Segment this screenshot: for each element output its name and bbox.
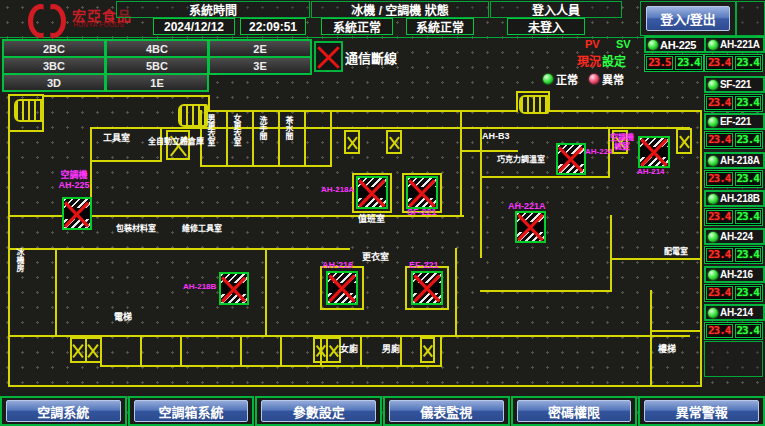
nav-ahu-system-button[interactable]: 空調箱系統 <box>134 400 249 422</box>
nav-cell: 參數設定 <box>255 396 382 426</box>
ahu-status-value: 系統正常 <box>406 18 474 35</box>
shaft-icon <box>386 130 402 154</box>
pv-value: 23.4 <box>706 324 733 338</box>
unit-ah-221a[interactable]: AH-221A <box>704 36 765 53</box>
floor-button-1e[interactable]: 1E <box>105 73 209 92</box>
login-logout-button[interactable]: 登入/登出 <box>646 6 730 31</box>
unit-ah-225[interactable]: AH-225 <box>644 36 706 53</box>
shaft-icon <box>326 337 341 363</box>
status-led <box>708 156 718 166</box>
wall-segment <box>650 290 652 385</box>
fan-ah-218a-icon[interactable] <box>356 176 388 209</box>
unit-ah-218a-values: 23.4 23.4 <box>704 170 763 188</box>
status-led <box>708 194 718 204</box>
shaft-icon <box>676 128 692 154</box>
wall-segment <box>516 91 518 112</box>
sv-value: 23.4 <box>735 248 762 262</box>
legend-sv: SV <box>616 38 631 50</box>
wall-segment <box>90 127 690 129</box>
wall-segment <box>8 248 350 250</box>
tag-ah-221a: AH-221A <box>508 201 546 211</box>
fan-ef-221-icon[interactable] <box>411 271 443 305</box>
unit-ef-221[interactable]: EF-221 <box>704 113 765 130</box>
unit-name: SF-221 <box>720 79 751 90</box>
wall-segment <box>304 110 306 167</box>
room-label-v1: 男更衣室 <box>205 114 215 146</box>
hmi-screen: 宏亞食品 HUNYA FOODS 系統時間 2024/12/12 22:09:5… <box>0 0 765 426</box>
tag-line: 械室 <box>614 142 630 151</box>
unit-ah-218b[interactable]: AH-218B <box>704 190 765 207</box>
normal-led-icon <box>543 74 553 84</box>
wall-segment <box>480 290 610 292</box>
floor-button-3d[interactable]: 3D <box>2 73 106 92</box>
sv-value: 23.4 <box>735 56 762 70</box>
stairs-icon <box>519 95 549 114</box>
unit-ah-214-values: 23.4 23.4 <box>704 322 763 340</box>
fan-ah-225-icon[interactable] <box>62 197 92 230</box>
status-led <box>708 40 718 50</box>
legend-sv-caption: 設定 <box>602 52 626 69</box>
wall-segment <box>610 215 612 292</box>
unit-ah-221a-values: 23.4 23.4 <box>704 54 763 72</box>
sv-value: 23.4 <box>735 324 762 338</box>
nav-ac-system-button[interactable]: 空調系統 <box>6 400 121 422</box>
pv-value: 23.4 <box>706 248 733 262</box>
status-led <box>708 117 718 127</box>
wall-segment <box>265 248 267 337</box>
unit-sf-221[interactable]: SF-221 <box>704 76 765 93</box>
login-title: 登入人員 <box>490 1 622 18</box>
unit-name: AH-216 <box>720 269 753 280</box>
fan-ah-218b-icon[interactable] <box>219 272 249 305</box>
nav-password-permission-button[interactable]: 密碼權限 <box>517 400 632 422</box>
shaft-icon <box>420 337 435 363</box>
shaft-icon <box>344 130 360 154</box>
fan-ah-224-icon[interactable] <box>556 143 586 175</box>
header-bar: 宏亞食品 HUNYA FOODS 系統時間 2024/12/12 22:09:5… <box>0 0 765 38</box>
legend-abnormal: 異常 <box>589 71 624 87</box>
wall-segment <box>650 330 702 332</box>
unit-name: AH-225 <box>660 39 696 51</box>
unit-ah-218a[interactable]: AH-218A <box>704 152 765 169</box>
fan-ah-214-icon[interactable] <box>638 136 670 168</box>
room-label-packing: 包裝材料室 <box>116 224 156 234</box>
unit-ah-224[interactable]: AH-224 <box>704 228 765 245</box>
tag-line: 空調機 <box>610 133 634 142</box>
unit-panel-spare-cell <box>704 341 763 377</box>
room-label-power: 配電室 <box>664 247 688 257</box>
pv-value: 23.4 <box>706 210 733 224</box>
room-label-mtoilet: 男廁 <box>382 344 400 354</box>
nav-cell: 空調系統 <box>0 396 127 426</box>
wall-segment <box>360 335 362 365</box>
unit-ah-214[interactable]: AH-214 <box>704 304 765 321</box>
normal-label: 正常 <box>556 71 578 87</box>
fan-ah-221a-icon[interactable] <box>515 211 546 243</box>
legend-pv: PV <box>585 38 600 50</box>
legend-pv-caption: 現況 <box>577 52 601 69</box>
wall-segment <box>208 110 518 112</box>
unit-name: EF-221 <box>720 116 751 127</box>
system-date-value: 2024/12/12 <box>153 18 235 35</box>
unit-ah-216[interactable]: AH-216 <box>704 266 765 283</box>
fan-sf-221-icon[interactable] <box>406 176 438 209</box>
unit-ah-216-values: 23.4 23.4 <box>704 284 763 302</box>
unit-sf-221-values: 23.4 23.4 <box>704 94 763 112</box>
wall-segment <box>516 91 550 93</box>
nav-parameter-settings-button[interactable]: 參數設定 <box>261 400 376 422</box>
nav-cell: 儀表監視 <box>383 396 510 426</box>
brand-logo-icon <box>28 4 68 32</box>
floor-button-3e[interactable]: 3E <box>208 56 312 75</box>
pv-value: 23.4 <box>706 133 733 147</box>
wall-segment <box>55 248 57 337</box>
nav-meter-monitor-button[interactable]: 儀表監視 <box>389 400 504 422</box>
nav-cell: 空調箱系統 <box>128 396 255 426</box>
unit-name: AH-221A <box>720 39 760 50</box>
wall-segment <box>460 150 518 152</box>
nav-abnormal-alarm-button[interactable]: 異常警報 <box>644 400 759 422</box>
sv-value: 23.4 <box>735 96 762 110</box>
stairs-icon <box>178 104 208 127</box>
wall-segment <box>90 160 162 162</box>
unit-ah-224-values: 23.4 23.4 <box>704 246 763 264</box>
tag-ah-218a: AH-218A <box>321 185 354 195</box>
tag-sf-221: SF-221 <box>407 207 437 217</box>
fan-ah-216-icon[interactable] <box>326 271 358 305</box>
